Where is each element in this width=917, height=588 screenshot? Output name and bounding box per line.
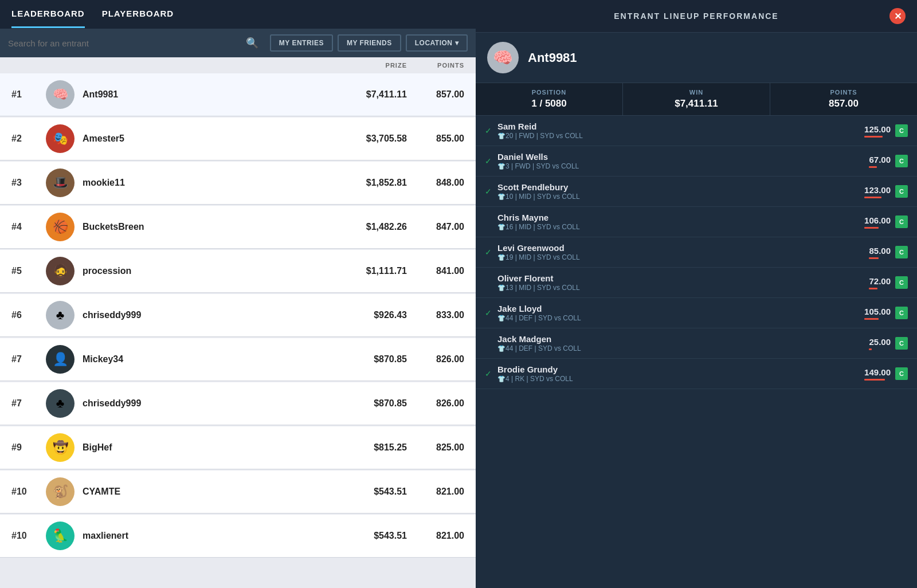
score-bar (869, 348, 872, 350)
tab-leaderboard[interactable]: LEADERBOARD (11, 1, 85, 28)
rank-num: #1 (11, 89, 46, 100)
list-item[interactable]: ✓ Daniel Wells 👕3 | FWD | SYD vs COLL 67… (476, 146, 917, 177)
player-score: 123.00 (864, 185, 891, 198)
avatar: ♣ (46, 301, 75, 330)
rank-num: #9 (11, 442, 46, 453)
list-item[interactable]: ✓ Jake Lloyd 👕44 | DEF | SYD vs COLL 105… (476, 298, 917, 328)
list-item[interactable]: ✓ Sam Reid 👕20 | FWD | SYD vs COLL 125.0… (476, 116, 917, 146)
username: mookie11 (83, 178, 321, 188)
filter-buttons: MY ENTRIES MY FRIENDS LOCATION ▾ (270, 34, 468, 52)
player-name: Jack Madgen (497, 334, 869, 344)
avatar: 🤠 (46, 433, 75, 462)
points-value: 833.00 (407, 310, 464, 320)
player-score: 25.00 (869, 337, 891, 350)
prize-value: $870.85 (321, 398, 407, 409)
username: maxlienert (83, 531, 321, 541)
score-number: 67.00 (869, 155, 891, 164)
jersey-icon: 👕 (497, 315, 505, 322)
player-detail: 👕44 | DEF | SYD vs COLL (497, 344, 869, 352)
score-bar (869, 257, 879, 259)
rank-num: #3 (11, 178, 46, 188)
captain-badge: C (895, 185, 908, 198)
points-value: 826.00 (407, 354, 464, 364)
points-value: 821.00 (407, 531, 464, 541)
entrant-name: Ant9981 (528, 50, 577, 65)
checkmark-icon: ✓ (485, 369, 495, 378)
list-item[interactable]: Jack Madgen 👕44 | DEF | SYD vs COLL 25.0… (476, 328, 917, 359)
table-row[interactable]: #10 🦜 maxlienert $543.51 821.00 (0, 515, 476, 558)
table-row[interactable]: #9 🤠 BigHef $815.25 825.00 (0, 426, 476, 469)
player-detail: 👕16 | MID | SYD vs COLL (497, 223, 864, 231)
list-item[interactable]: ✓ Scott Pendlebury 👕10 | MID | SYD vs CO… (476, 177, 917, 207)
jersey-icon: 👕 (497, 163, 505, 170)
checkmark-icon: ✓ (485, 308, 495, 317)
prize-value: $1,111.71 (321, 266, 407, 276)
captain-badge: C (895, 246, 908, 258)
rank-num: #2 (11, 134, 46, 144)
player-score: 125.00 (864, 124, 891, 138)
stat-points: POINTS 857.00 (770, 83, 917, 115)
list-item[interactable]: Oliver Florent 👕13 | MID | SYD vs COLL 7… (476, 268, 917, 298)
search-bar: 🔍 MY ENTRIES MY FRIENDS LOCATION ▾ (0, 29, 476, 57)
table-row[interactable]: #2 🎭 Amester5 $3,705.58 855.00 (0, 117, 476, 160)
player-name: Levi Greenwood (497, 243, 869, 253)
player-name: Daniel Wells (497, 152, 869, 162)
close-button[interactable]: ✕ (889, 8, 906, 24)
table-row[interactable]: #5 🧔 procession $1,111.71 841.00 (0, 250, 476, 293)
table-row[interactable]: #7 👤 Mickey34 $870.85 826.00 (0, 338, 476, 381)
table-row[interactable]: #6 ♣ chriseddy999 $926.43 833.00 (0, 294, 476, 337)
avatar: 🎩 (46, 168, 75, 197)
checkmark-icon: ✓ (485, 156, 495, 166)
username: CYAMTE (83, 487, 321, 497)
player-detail: 👕13 | MID | SYD vs COLL (497, 284, 869, 292)
tab-playerboard[interactable]: PLAYERBOARD (102, 1, 174, 28)
score-bar (864, 318, 879, 320)
table-row[interactable]: #3 🎩 mookie11 $1,852.81 848.00 (0, 162, 476, 205)
captain-badge: C (895, 124, 908, 137)
list-item[interactable]: ✓ Brodie Grundy 👕4 | RK | SYD vs COLL 14… (476, 359, 917, 389)
avatar: 🦜 (46, 522, 75, 550)
player-detail: 👕44 | DEF | SYD vs COLL (497, 314, 864, 322)
score-bar (864, 136, 883, 138)
prize-value: $7,411.11 (321, 89, 407, 100)
stat-points-value: 857.00 (779, 98, 908, 109)
chevron-down-icon: ▾ (455, 39, 459, 47)
prize-value: $3,705.58 (321, 134, 407, 144)
list-item[interactable]: ✓ Levi Greenwood 👕19 | MID | SYD vs COLL… (476, 237, 917, 268)
search-icon: 🔍 (246, 37, 258, 49)
table-row[interactable]: #7 ♣ chriseddy999 $870.85 826.00 (0, 382, 476, 425)
search-input[interactable] (8, 38, 240, 48)
list-item[interactable]: Chris Mayne 👕16 | MID | SYD vs COLL 106.… (476, 207, 917, 237)
score-number: 106.00 (864, 215, 891, 225)
entrant-info: 🧠 Ant9981 (476, 33, 917, 83)
location-button[interactable]: LOCATION ▾ (406, 34, 468, 52)
table-row[interactable]: #1 🧠 Ant9981 $7,411.11 857.00 (0, 73, 476, 116)
table-row[interactable]: #4 🏀 BucketsBreen $1,482.26 847.00 (0, 206, 476, 249)
leaderboard-list: #1 🧠 Ant9981 $7,411.11 857.00 #2 🎭 Amest… (0, 73, 476, 588)
stat-win-value: $7,411.11 (632, 98, 761, 109)
right-panel: ENTRANT LINEUP PERFORMANCE ✕ 🧠 Ant9981 P… (476, 0, 917, 588)
my-friends-button[interactable]: MY FRIENDS (338, 34, 401, 52)
avatar: 🧔 (46, 257, 75, 285)
points-col-header: POINTS (407, 62, 464, 69)
points-value: 855.00 (407, 134, 464, 144)
rank-num: #7 (11, 398, 46, 409)
score-number: 105.00 (864, 307, 891, 316)
score-number: 72.00 (869, 276, 891, 286)
player-name: Sam Reid (497, 121, 864, 131)
rank-num: #7 (11, 354, 46, 364)
table-row[interactable]: #10 🐒 CYAMTE $543.51 821.00 (0, 471, 476, 513)
rank-num: #6 (11, 310, 46, 320)
rank-num: #10 (11, 531, 46, 541)
avatar: 🧠 (46, 80, 75, 109)
jersey-icon: 👕 (497, 254, 505, 261)
player-info: Levi Greenwood 👕19 | MID | SYD vs COLL (495, 243, 869, 261)
avatar: ♣ (46, 389, 75, 418)
captain-badge: C (895, 276, 908, 289)
avatar: 👤 (46, 345, 75, 374)
my-entries-button[interactable]: MY ENTRIES (270, 34, 333, 52)
panel-title: ENTRANT LINEUP PERFORMANCE (503, 11, 889, 21)
username: Mickey34 (83, 354, 321, 364)
jersey-icon: 👕 (497, 193, 505, 200)
entrant-avatar-icon: 🧠 (493, 48, 513, 67)
